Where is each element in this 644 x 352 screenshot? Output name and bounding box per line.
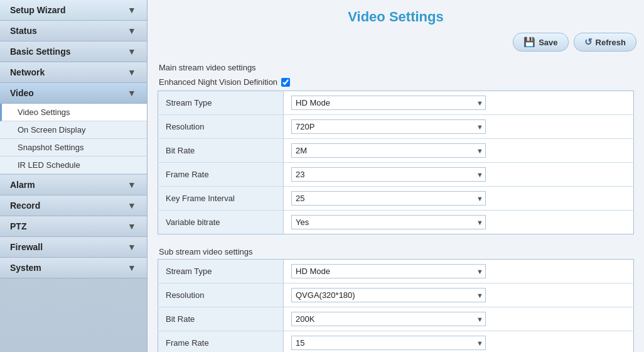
main-stream-table: Stream Type HD Mode ▼ Resolution 720P (158, 91, 634, 234)
content-area: Main stream video settings Enhanced Nigh… (148, 57, 644, 352)
variable-bitrate-wrapper: Yes ▼ (291, 215, 486, 229)
sub-frame-rate-wrapper: 15 ▼ (291, 336, 486, 350)
key-frame-interval-select[interactable]: 25 (291, 191, 486, 206)
table-row: Stream Type HD Mode ▼ (158, 260, 634, 283)
chevron-down-icon: ▼ (127, 5, 137, 15)
table-row: Frame Rate 15 ▼ (158, 331, 634, 353)
field-label: Resolution (158, 283, 284, 307)
stream-type-wrapper: HD Mode ▼ (291, 96, 486, 110)
sub-stream-table: Stream Type HD Mode ▼ Resolution QVGA(3 (158, 259, 634, 352)
sidebar-subitem-label: IR LED Schedule (18, 160, 80, 170)
sidebar-item-label: Setup Wizard (10, 5, 66, 15)
table-row: Key Frame Interval 25 ▼ (158, 187, 634, 211)
sub-stream-type-wrapper: HD Mode ▼ (291, 264, 486, 278)
field-label: Resolution (158, 115, 284, 139)
bit-rate-select[interactable]: 2M (291, 143, 486, 158)
sidebar-item-setup-wizard[interactable]: Setup Wizard ▼ (0, 0, 147, 21)
main-stream-header: Main stream video settings (158, 59, 634, 75)
resolution-wrapper: 720P ▼ (291, 119, 486, 134)
refresh-label: Refresh (596, 38, 626, 47)
sub-resolution-wrapper: QVGA(320*180) ▼ (291, 288, 486, 302)
chevron-down-icon: ▼ (127, 67, 137, 77)
sub-bit-rate-select[interactable]: 200K (291, 312, 486, 326)
field-label: Stream Type (158, 260, 284, 283)
sub-bit-rate-wrapper: 200K ▼ (291, 312, 486, 326)
chevron-down-icon: ▼ (127, 180, 137, 190)
chevron-down-icon: ▼ (127, 47, 137, 57)
video-submenu: Video Settings On Screen Display Snapsho… (0, 104, 147, 175)
toolbar: 💾 Save ↺ Refresh (148, 30, 644, 57)
sidebar-item-label: Basic Settings (10, 47, 70, 57)
enhanced-checkbox[interactable] (281, 78, 290, 87)
sidebar-subitem-label: On Screen Display (18, 125, 85, 135)
field-label: Frame Rate (158, 163, 284, 187)
sidebar-item-ir-led-schedule[interactable]: IR LED Schedule (0, 157, 147, 174)
field-label: Key Frame Interval (158, 187, 284, 211)
sidebar-item-label: Record (10, 201, 40, 211)
field-label: Bit Rate (158, 307, 284, 331)
variable-bitrate-select[interactable]: Yes (291, 215, 486, 229)
frame-rate-select[interactable]: 23 (291, 167, 486, 182)
field-label: Frame Rate (158, 331, 284, 353)
chevron-down-icon: ▼ (127, 242, 137, 252)
refresh-icon: ↺ (584, 36, 593, 48)
sidebar-item-label: Network (10, 67, 45, 77)
sidebar-item-record[interactable]: Record ▼ (0, 195, 147, 216)
field-label: Bit Rate (158, 139, 284, 163)
refresh-button[interactable]: ↺ Refresh (574, 33, 636, 52)
sidebar-item-label: Status (10, 26, 37, 36)
table-row: Resolution 720P ▼ (158, 115, 634, 139)
sidebar-item-label: PTZ (10, 221, 26, 231)
table-row: Frame Rate 23 ▼ (158, 163, 634, 187)
sidebar-item-label: System (10, 263, 41, 273)
chevron-down-icon: ▼ (127, 88, 137, 98)
save-button[interactable]: 💾 Save (513, 33, 568, 52)
sidebar: Setup Wizard ▼ Status ▼ Basic Settings ▼… (0, 0, 148, 352)
sidebar-item-status[interactable]: Status ▼ (0, 21, 147, 41)
field-label: Stream Type (158, 91, 284, 115)
sidebar-item-firewall[interactable]: Firewall ▼ (0, 237, 147, 258)
sidebar-item-ptz[interactable]: PTZ ▼ (0, 216, 147, 237)
table-row: Bit Rate 2M ▼ (158, 139, 634, 163)
sidebar-item-video[interactable]: Video ▼ (0, 83, 147, 104)
sidebar-item-label: Video (10, 88, 34, 98)
sidebar-subitem-label: Video Settings (18, 107, 70, 117)
sidebar-subitem-label: Snapshot Settings (18, 143, 84, 152)
main-content: Video Settings 💾 Save ↺ Refresh Main str… (148, 0, 644, 352)
sidebar-item-on-screen-display[interactable]: On Screen Display (0, 121, 147, 139)
bit-rate-wrapper: 2M ▼ (291, 143, 486, 158)
enhanced-label: Enhanced Night Vision Definition (159, 77, 277, 87)
sub-frame-rate-select[interactable]: 15 (291, 336, 486, 350)
chevron-down-icon: ▼ (127, 26, 137, 36)
key-frame-interval-wrapper: 25 ▼ (291, 191, 486, 206)
chevron-down-icon: ▼ (127, 263, 137, 273)
sub-stream-header: Sub stream video settings (158, 243, 634, 259)
resolution-select[interactable]: 720P (291, 119, 486, 134)
table-row: Resolution QVGA(320*180) ▼ (158, 283, 634, 307)
sidebar-item-snapshot-settings[interactable]: Snapshot Settings (0, 139, 147, 157)
save-icon: 💾 (523, 36, 535, 48)
sidebar-item-basic-settings[interactable]: Basic Settings ▼ (0, 41, 147, 62)
table-row: Bit Rate 200K ▼ (158, 307, 634, 331)
chevron-down-icon: ▼ (127, 221, 137, 231)
stream-type-select[interactable]: HD Mode (291, 96, 486, 110)
sub-resolution-select[interactable]: QVGA(320*180) (291, 288, 486, 302)
table-row: Variable bitrate Yes ▼ (158, 211, 634, 234)
sub-stream-type-select[interactable]: HD Mode (291, 264, 486, 278)
field-label: Variable bitrate (158, 211, 284, 234)
sidebar-item-network[interactable]: Network ▼ (0, 62, 147, 83)
sidebar-item-alarm[interactable]: Alarm ▼ (0, 175, 147, 195)
frame-rate-wrapper: 23 ▼ (291, 167, 486, 182)
table-row: Stream Type HD Mode ▼ (158, 91, 634, 115)
sidebar-item-video-settings[interactable]: Video Settings (0, 104, 147, 121)
sidebar-item-label: Firewall (10, 242, 43, 252)
sidebar-item-label: Alarm (10, 180, 35, 190)
chevron-down-icon: ▼ (127, 201, 137, 211)
page-title: Video Settings (148, 0, 644, 30)
save-label: Save (539, 38, 557, 47)
sidebar-item-system[interactable]: System ▼ (0, 258, 147, 278)
enhanced-night-vision-subheader: Enhanced Night Vision Definition (158, 75, 634, 91)
